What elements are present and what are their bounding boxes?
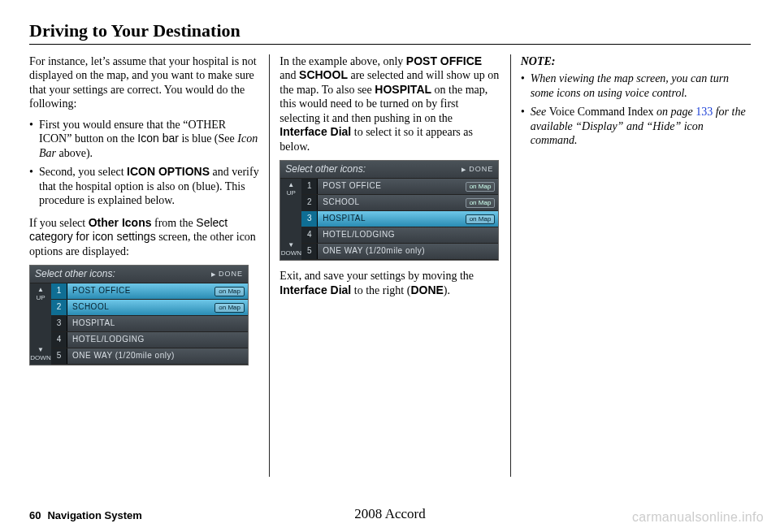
- navigation-system-label: Navigation System: [47, 509, 141, 521]
- nav1-header: Select other icons: DONE: [30, 266, 248, 283]
- nav2-down: ▼DOWN: [280, 239, 301, 260]
- nav-screen-2: Select other icons: DONE ▲UP ▼DOWN 1POST…: [280, 160, 499, 261]
- c2-p2: Exit, and save your settings by moving t…: [280, 269, 500, 297]
- t: ).: [444, 284, 450, 296]
- c3-bullets: When viewing the map screen, you can tur…: [521, 71, 751, 148]
- nav2-title: Select other icons:: [285, 163, 366, 175]
- other-icons-label: Other Icons: [89, 216, 152, 229]
- dial-label-2: Interface Dial: [280, 283, 351, 296]
- school-label: SCHOOL: [299, 68, 348, 81]
- page-title: Driving to Your Destination: [29, 19, 751, 42]
- po-label: POST OFFICE: [406, 54, 482, 67]
- c2-p1: In the example above, only POST OFFICE a…: [280, 54, 500, 154]
- nav2-row-2: 2SCHOOLon Map: [301, 195, 498, 211]
- nav1-row-3: 3HOSPITAL: [51, 316, 248, 332]
- done-label: DONE: [410, 283, 443, 296]
- nav2-list: 1POST OFFICEon Map 2SCHOOLon Map 3HOSPIT…: [301, 179, 498, 260]
- nav1-up: ▲UP: [30, 283, 51, 305]
- columns: For instance, let’s assume that your hos…: [29, 54, 751, 477]
- nav1-title: Select other icons:: [35, 268, 115, 280]
- t: If you select: [29, 217, 89, 229]
- model-label: 2008 Accord: [354, 505, 425, 522]
- nav2-row-3: 3HOSPITALon Map: [301, 211, 498, 227]
- c1-b1: First you would ensure that the “OTHER I…: [29, 118, 259, 161]
- nav2-done: DONE: [462, 165, 493, 174]
- nav1-done: DONE: [211, 270, 243, 279]
- hr: [29, 44, 751, 45]
- icon-options-label: ICON OPTIONS: [127, 165, 210, 178]
- nav2-row-5: 5ONE WAY (1/20mile only): [301, 244, 498, 260]
- sep-2: [510, 54, 511, 477]
- nav2-up: ▲UP: [280, 179, 301, 200]
- nav1-row-1: 1POST OFFICEon Map: [51, 283, 248, 300]
- nav1-row-5: 5ONE WAY (1/20mile only): [51, 348, 248, 365]
- t: from the: [152, 217, 197, 229]
- c3-b1: When viewing the map screen, you can tur…: [521, 71, 751, 100]
- t: above).: [56, 147, 93, 159]
- col-2: In the example above, only POST OFFICE a…: [270, 54, 509, 477]
- c3-b2: See Voice Command Index on page 133 for …: [521, 105, 751, 148]
- icon-bar-label: Icon bar: [137, 132, 179, 145]
- t: to the right (: [351, 284, 410, 296]
- c1-intro: For instance, let’s assume that your hos…: [29, 54, 259, 111]
- c1-bullets: First you would ensure that the “OTHER I…: [29, 118, 259, 208]
- t: on page: [653, 106, 696, 118]
- dial-label: Interface Dial: [280, 125, 351, 138]
- nav1-side: ▲UP ▼DOWN: [30, 283, 51, 365]
- col-1: For instance, let’s assume that your hos…: [29, 54, 269, 477]
- t: and: [280, 69, 299, 81]
- note-label: NOTE:: [521, 54, 751, 69]
- watermark: carmanualsonline.info: [632, 509, 764, 526]
- nav1-down: ▼DOWN: [30, 344, 51, 365]
- sep-1: [269, 54, 270, 477]
- nav2-row-4: 4HOTEL/LODGING: [301, 227, 498, 244]
- page-number: 60: [29, 509, 41, 522]
- t: Second, you select: [39, 166, 127, 178]
- nav2-side: ▲UP ▼DOWN: [280, 179, 301, 260]
- t: Exit, and save your settings by moving t…: [280, 270, 474, 282]
- nav2-row-1: 1POST OFFICEon Map: [301, 179, 498, 195]
- t: See: [531, 106, 549, 118]
- hospital-label: HOSPITAL: [375, 83, 431, 96]
- vci-label: Voice Command Index: [549, 106, 654, 118]
- page-link-133[interactable]: 133: [696, 106, 713, 118]
- nav1-row-4: 4HOTEL/LODGING: [51, 332, 248, 348]
- nav1-list: 1POST OFFICEon Map 2SCHOOLon Map 3HOSPIT…: [51, 283, 248, 365]
- nav1-row-2: 2SCHOOLon Map: [51, 300, 248, 316]
- col-3: NOTE: When viewing the map screen, you c…: [511, 54, 751, 477]
- nav2-header: Select other icons: DONE: [280, 161, 498, 179]
- c1-b2: Second, you select ICON OPTIONS and veri…: [29, 165, 259, 208]
- t: In the example above, only: [280, 55, 406, 67]
- c1-p2: If you select Other Icons from the Selec…: [29, 216, 259, 259]
- nav-screen-1: Select other icons: DONE ▲UP ▼DOWN 1POST…: [29, 265, 249, 365]
- t: is blue (See: [179, 132, 237, 145]
